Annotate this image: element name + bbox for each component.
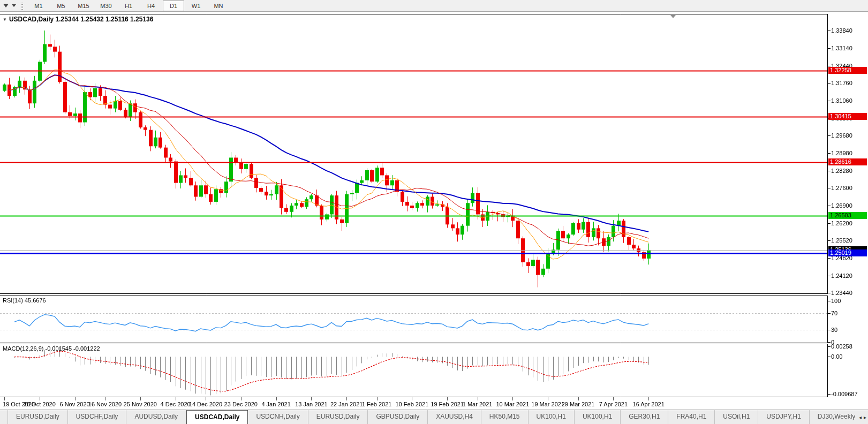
timeframe-button-m15[interactable]: M15 — [73, 1, 94, 11]
price-tick-label: 1.28280 — [831, 168, 866, 175]
axis-tick-mark — [828, 342, 831, 343]
axis-tick-mark — [828, 188, 831, 188]
date-tick-mark — [206, 397, 206, 400]
toolbar-grip-handle[interactable] — [21, 2, 23, 10]
chart-tab-uk100-h1[interactable]: UK100,H1 — [529, 410, 575, 424]
rsi-label: RSI(14) 45.6676 — [3, 297, 46, 304]
current-price-chip: 1.25136 — [828, 246, 867, 253]
macd-tick-label: -0.009687 — [831, 391, 866, 398]
symbol-collapse-icon[interactable]: ▼ — [3, 17, 7, 22]
toolbar-icon-group — [0, 2, 27, 10]
date-label: 1 Feb 2021 — [358, 401, 396, 407]
chart-tab-audusd-daily[interactable]: AUDUSD,Daily — [126, 410, 186, 424]
chart-tab-usoil-h1[interactable]: USOil,H1 — [715, 410, 758, 424]
chart-tab-usdchf-daily[interactable]: USDCHF,Daily — [68, 410, 127, 424]
date-tick-mark — [613, 397, 614, 400]
chart-tab-eurusd-daily[interactable]: EURUSD,Daily — [308, 410, 368, 424]
date-label: 7 Apr 2021 — [594, 401, 632, 407]
dropdown-caret-icon[interactable] — [12, 4, 16, 7]
price-tick-label: 1.29680 — [831, 132, 866, 139]
date-tick-mark — [140, 397, 141, 400]
timeframe-button-mn[interactable]: MN — [208, 1, 229, 11]
date-label: 16 Nov 2020 — [86, 401, 124, 407]
tabs-scroll-arrows: ◂ ▸ — [857, 410, 866, 424]
price-tick-label: 1.25520 — [831, 237, 866, 244]
date-label: 13 Jan 2021 — [292, 401, 330, 407]
chart-title-text: USDCAD,Daily 1.25344 1.25432 1.25116 1.2… — [9, 16, 154, 23]
price-tick-label: 1.33840 — [831, 27, 866, 34]
chart-tab-uk100-h1[interactable]: UK100,H1 — [575, 410, 621, 424]
price-tick-label: 1.23440 — [831, 290, 866, 297]
date-tick-mark — [377, 397, 378, 400]
axis-tick-mark — [828, 153, 831, 154]
price-tick-label: 1.32440 — [831, 63, 866, 70]
timeframe-button-h4[interactable]: H4 — [140, 1, 162, 11]
date-label: 4 Dec 2020 — [157, 401, 194, 407]
price-tick-label: 1.28980 — [831, 150, 866, 157]
axis-tick-mark — [828, 346, 831, 347]
axis-tick-mark — [828, 240, 831, 241]
rsi-panel-canvas[interactable] — [0, 296, 828, 343]
rsi-tick-label: 100 — [831, 298, 866, 305]
date-label: 23 Dec 2020 — [222, 401, 260, 407]
chart-tab-ger30-h1[interactable]: GER30,H1 — [621, 410, 668, 424]
chart-tabs: EURUSD,DailyUSDCHF,DailyAUDUSD,DailyUSDC… — [7, 410, 868, 424]
main-chart-canvas[interactable] — [0, 14, 828, 294]
date-tick-mark — [578, 397, 579, 400]
date-tick-mark — [512, 397, 513, 400]
date-label: 22 Jan 2021 — [328, 401, 365, 407]
axis-tick-mark — [828, 66, 831, 66]
date-label: 29 Mar 2021 — [560, 401, 597, 407]
chart-shift-marker-icon[interactable] — [670, 15, 676, 18]
date-label: 10 Mar 2021 — [494, 401, 531, 407]
macd-panel-canvas[interactable] — [0, 344, 828, 397]
date-label: 19 Oct 2020 — [0, 401, 37, 407]
axis-tick-mark — [828, 101, 831, 101]
date-label: 1 Mar 2021 — [459, 401, 496, 407]
axis-tick-mark — [828, 171, 831, 171]
chart-tab-usdcad-daily[interactable]: USDCAD,Daily — [186, 410, 248, 424]
timeframe-button-d1[interactable]: D1 — [163, 1, 184, 11]
rsi-tick-label: 70 — [831, 310, 866, 317]
date-label: 10 Feb 2021 — [393, 401, 431, 407]
timeframe-button-m5[interactable]: M5 — [50, 1, 72, 11]
chart-tab-hk50-m15[interactable]: HK50,M15 — [481, 410, 529, 424]
chart-tab-fra40-h1[interactable]: FRA40,H1 — [668, 410, 715, 424]
date-tick-mark — [478, 397, 478, 400]
date-label: 14 Dec 2020 — [187, 401, 224, 407]
axis-tick-mark — [828, 394, 831, 395]
mt4-window: M1M5M15M30H1H4D1W1MN ▼USDCAD,Daily 1.253… — [0, 0, 868, 424]
chart-tab-usdcnh-daily[interactable]: USDCNH,Daily — [248, 410, 308, 424]
date-tick-mark — [276, 397, 277, 400]
date-label: 4 Jan 2021 — [258, 401, 295, 407]
tabs-scroll-right-icon[interactable]: ▸ — [864, 414, 866, 420]
hline-price-chip: 1.25019 — [828, 249, 867, 256]
timeframe-button-h1[interactable]: H1 — [118, 1, 139, 11]
axis-tick-mark — [828, 206, 831, 206]
chart-cursor-icon[interactable] — [3, 4, 9, 7]
hline-price-chip: 1.30415 — [828, 113, 867, 120]
date-label: 16 Apr 2021 — [630, 401, 667, 407]
date-tick-mark — [4, 397, 5, 400]
timeframe-button-w1[interactable]: W1 — [185, 1, 207, 11]
tabs-scroll-left-icon[interactable]: ◂ — [859, 414, 862, 420]
chart-tab-usdjpy-h1[interactable]: USDJPY,H1 — [758, 410, 809, 424]
timeframe-button-m30[interactable]: M30 — [95, 1, 117, 11]
date-tick-mark — [346, 397, 347, 400]
axis-tick-mark — [828, 31, 831, 31]
chart-tab-eurusd-daily[interactable]: EURUSD,Daily — [7, 410, 68, 424]
price-tick-label: 1.27600 — [831, 185, 866, 192]
price-tick-label: 1.30360 — [831, 115, 866, 122]
chart-tabs-bar: EURUSD,DailyUSDCHF,DailyAUDUSD,DailyUSDC… — [0, 410, 868, 424]
hline-price-chip: 1.32258 — [828, 67, 867, 74]
price-tick-label: 1.31060 — [831, 97, 866, 104]
chart-tab-gbpusd-daily[interactable]: GBPUSD,Daily — [368, 410, 428, 424]
chart-tab-xauusd-h4[interactable]: XAUUSD,H4 — [428, 410, 481, 424]
chart-tab-dj30-weekly[interactable]: DJ30,Weekly — [810, 410, 864, 424]
date-tick-mark — [648, 397, 649, 400]
axis-tick-mark — [828, 258, 831, 259]
axis-tick-mark — [828, 357, 831, 357]
timeframe-button-m1[interactable]: M1 — [28, 1, 49, 11]
timeframe-toolbar: M1M5M15M30H1H4D1W1MN — [0, 0, 868, 12]
rsi-tick-label: 30 — [831, 327, 866, 334]
